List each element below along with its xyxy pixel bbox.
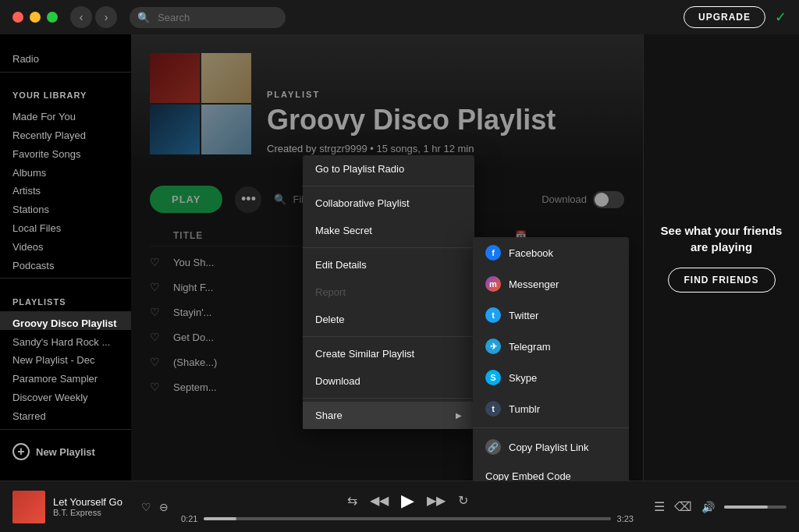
menu-item-go-to-radio[interactable]: Go to Playlist Radio — [303, 155, 474, 183]
sidebar-item-podcasts[interactable]: Podcasts — [0, 254, 131, 272]
menu-item-delete[interactable]: Delete — [303, 306, 474, 333]
twitter-icon: t — [485, 307, 501, 323]
sidebar: Radio YOUR LIBRARY Made For You Recently… — [0, 34, 131, 481]
sidebar-item-discover-weekly[interactable]: Discover Weekly — [0, 385, 131, 404]
menu-item-report: Report — [303, 278, 474, 306]
context-menu: Go to Playlist Radio Collaborative Playl… — [303, 155, 474, 429]
sidebar-item-local-files[interactable]: Local Files — [0, 216, 131, 235]
forward-button[interactable]: › — [95, 6, 117, 28]
title-bar: ‹ › 🔍 UPGRADE ✓ — [0, 0, 799, 34]
sidebar-item-albums[interactable]: Albums — [0, 161, 131, 179]
checkmark-icon: ✓ — [775, 9, 787, 26]
new-playlist-label: New Playlist — [36, 446, 95, 458]
telegram-label: Telegram — [509, 341, 550, 353]
maximize-button[interactable] — [47, 12, 58, 23]
sidebar-divider — [0, 72, 131, 73]
upgrade-button[interactable]: UPGRADE — [684, 6, 765, 28]
menu-item-create-similar[interactable]: Create Similar Playlist — [303, 340, 474, 367]
submenu-divider — [473, 427, 629, 428]
sidebar-divider-3 — [0, 429, 131, 430]
volume-bar[interactable] — [724, 505, 787, 509]
close-button[interactable] — [12, 12, 23, 23]
facebook-label: Facebook — [509, 247, 553, 259]
player-buttons: ⇆ ◀◀ ▶ ▶▶ ↻ — [347, 491, 468, 511]
submenu-item-messenger[interactable]: m Messenger — [473, 268, 629, 300]
submenu-item-facebook[interactable]: f Facebook — [473, 237, 629, 268]
submenu-item-twitter[interactable]: t Twitter — [473, 300, 629, 331]
menu-item-edit-details[interactable]: Edit Details — [303, 251, 474, 278]
search-wrapper: 🔍 — [130, 7, 286, 28]
find-friends-button[interactable]: FIND FRIENDS — [668, 268, 776, 293]
minimize-button[interactable] — [30, 12, 41, 23]
player-minus-icon[interactable]: ⊖ — [159, 501, 169, 513]
sidebar-item-recently-played[interactable]: Recently Played — [0, 123, 131, 142]
sidebar-item-artists[interactable]: Artists — [0, 179, 131, 197]
play-pause-button[interactable]: ▶ — [401, 491, 414, 511]
twitter-label: Twitter — [509, 310, 538, 321]
submenu-item-telegram[interactable]: ✈ Telegram — [473, 331, 629, 362]
devices-button[interactable]: ⌫ — [674, 499, 692, 514]
content-area: PLAYLIST Groovy Disco Playlist Created b… — [131, 34, 643, 481]
progress-bar-area: 0:21 3:23 — [181, 514, 634, 523]
player-right: ☰ ⌫ 🔊 — [646, 499, 787, 514]
messenger-label: Messenger — [509, 278, 559, 290]
messenger-icon: m — [485, 276, 501, 292]
search-input[interactable] — [130, 7, 286, 28]
sidebar-item-videos[interactable]: Videos — [0, 235, 131, 254]
chevron-right-icon: ▶ — [456, 411, 462, 420]
now-playing: Let Yourself Go B.T. Express ♡ ⊖ — [12, 491, 169, 523]
player-controls: ⇆ ◀◀ ▶ ▶▶ ↻ 0:21 3:23 — [181, 491, 634, 523]
window-controls — [12, 12, 58, 23]
menu-item-share[interactable]: Share ▶ — [303, 402, 474, 429]
player-heart-icon[interactable]: ♡ — [141, 501, 151, 513]
sidebar-item-paramore-sampler[interactable]: Paramore Sampler — [0, 367, 131, 385]
back-button[interactable]: ‹ — [70, 6, 92, 28]
queue-button[interactable]: ☰ — [654, 499, 665, 514]
plus-circle-icon: + — [12, 443, 30, 460]
main-layout: Radio YOUR LIBRARY Made For You Recently… — [0, 34, 799, 481]
telegram-icon: ✈ — [485, 339, 501, 354]
progress-fill — [204, 517, 236, 520]
menu-item-collaborative[interactable]: Collaborative Playlist — [303, 190, 474, 217]
tumblr-icon: t — [485, 401, 501, 417]
library-section-label: YOUR LIBRARY — [0, 78, 131, 105]
sidebar-item-radio[interactable]: Radio — [0, 47, 131, 66]
shuffle-button[interactable]: ⇆ — [347, 493, 357, 508]
volume-icon[interactable]: 🔊 — [701, 501, 715, 513]
prev-button[interactable]: ◀◀ — [370, 493, 389, 508]
menu-divider-4 — [303, 398, 474, 399]
link-icon: 🔗 — [485, 439, 501, 455]
sidebar-item-starred[interactable]: Starred — [0, 404, 131, 423]
sidebar-item-groovy-disco[interactable]: Groovy Disco Playlist — [0, 311, 131, 330]
submenu-item-copy-link[interactable]: 🔗 Copy Playlist Link — [473, 431, 629, 463]
submenu-item-copy-embed[interactable]: Copy Embed Code — [473, 463, 629, 481]
sidebar-item-made-for-you[interactable]: Made For You — [0, 105, 131, 123]
share-submenu: f Facebook m Messenger t Twitter ✈ Teleg… — [473, 237, 629, 481]
new-playlist-button[interactable]: + New Playlist — [0, 435, 131, 468]
copy-link-label: Copy Playlist Link — [509, 442, 589, 453]
album-art-small — [12, 491, 45, 523]
search-icon: 🔍 — [137, 12, 150, 23]
bottom-player: Let Yourself Go B.T. Express ♡ ⊖ ⇆ ◀◀ ▶ … — [0, 481, 799, 532]
menu-item-make-secret[interactable]: Make Secret — [303, 217, 474, 244]
skype-icon: S — [485, 370, 501, 385]
submenu-item-tumblr[interactable]: t Tumblr — [473, 393, 629, 424]
copy-embed-label: Copy Embed Code — [485, 470, 571, 481]
next-button[interactable]: ▶▶ — [427, 493, 446, 508]
share-label: Share — [315, 410, 343, 421]
playlists-section-label: PLAYLISTS — [0, 285, 131, 311]
facebook-icon: f — [485, 245, 501, 261]
submenu-item-skype[interactable]: S Skype — [473, 362, 629, 393]
progress-bar[interactable] — [204, 517, 610, 520]
sidebar-divider-2 — [0, 278, 131, 278]
sidebar-item-stations[interactable]: Stations — [0, 197, 131, 216]
sidebar-item-new-playlist-dec[interactable]: New Playlist - Dec — [0, 348, 131, 367]
menu-divider-1 — [303, 186, 474, 186]
sidebar-item-favorite-songs[interactable]: Favorite Songs — [0, 142, 131, 161]
now-playing-artist: B.T. Express — [53, 508, 133, 517]
time-current: 0:21 — [181, 514, 197, 523]
sidebar-item-sandy-hard-rock[interactable]: Sandy's Hard Rock ... — [0, 330, 131, 349]
menu-item-download[interactable]: Download — [303, 367, 474, 395]
repeat-button[interactable]: ↻ — [458, 493, 468, 508]
tumblr-label: Tumblr — [509, 403, 540, 415]
